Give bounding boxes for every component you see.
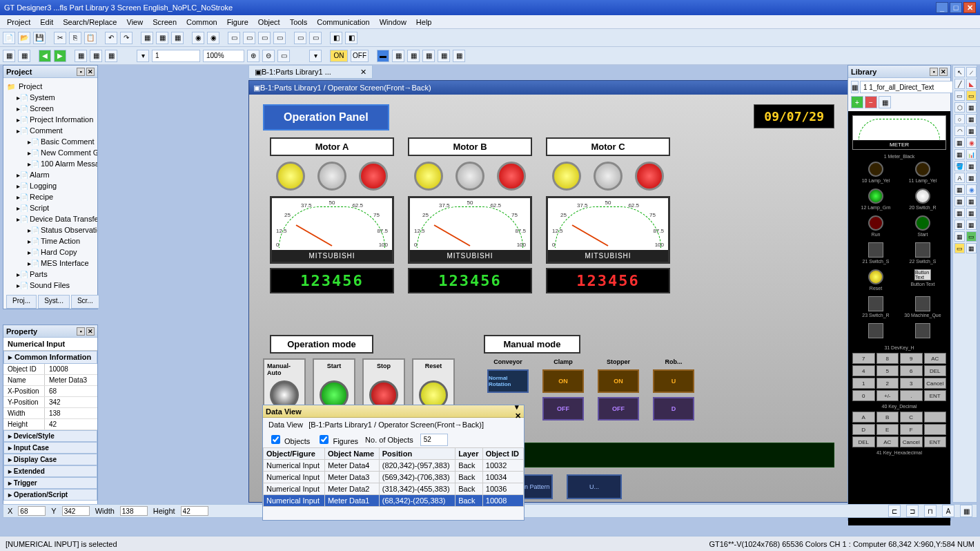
toolbar-icon[interactable]: ◧: [330, 32, 342, 44]
menu-help[interactable]: Help: [412, 17, 436, 28]
minimize-button[interactable]: _: [936, 2, 948, 13]
toolbar-icon[interactable]: ▦: [18, 50, 30, 62]
toolbar-icon[interactable]: ▦: [392, 50, 404, 62]
menu-communication[interactable]: Communication: [313, 17, 373, 28]
toolbar-icon[interactable]: ▾: [137, 50, 149, 62]
toolbar-icon[interactable]: ▬: [377, 50, 389, 62]
zoom-in-icon[interactable]: ⊕: [247, 50, 259, 62]
copy-icon[interactable]: ⎘: [69, 32, 81, 44]
toolbar-icon[interactable]: ▦: [453, 50, 465, 62]
toolbar-icon[interactable]: ◧: [345, 32, 357, 44]
menubar: Project Edit Search/Replace View Screen …: [0, 15, 980, 29]
menu-screen[interactable]: Screen: [148, 17, 181, 28]
menu-figure[interactable]: Figure: [223, 17, 253, 28]
zoom-input[interactable]: [203, 50, 244, 62]
on-button[interactable]: ON: [330, 50, 348, 62]
menu-common[interactable]: Common: [182, 17, 222, 28]
toolbar-icon[interactable]: ▦: [422, 50, 435, 62]
toolbar-icon[interactable]: ▭: [228, 32, 240, 44]
cut-icon[interactable]: ✂: [54, 32, 66, 44]
toolbar-icon[interactable]: ◉: [192, 32, 204, 44]
toolbar-icon[interactable]: ▭: [258, 32, 271, 44]
undo-icon[interactable]: ↶: [105, 32, 117, 44]
toolbar-icon[interactable]: ▦: [438, 50, 450, 62]
toolbar-icon[interactable]: ▦: [75, 50, 87, 62]
toolbar-icon[interactable]: ▭: [273, 32, 286, 44]
menu-search[interactable]: Search/Replace: [59, 17, 121, 28]
close-button[interactable]: ✕: [963, 2, 976, 13]
menu-project[interactable]: Project: [3, 17, 35, 28]
window-title: GT Designer3 ...fls Part Library 3 Scree…: [4, 3, 233, 12]
menu-tools[interactable]: Tools: [286, 17, 312, 28]
paste-icon[interactable]: 📋: [84, 32, 97, 44]
off-button[interactable]: OFF: [351, 50, 369, 62]
toolbar-main: 📄 📂 💾 ✂ ⎘ 📋 ↶ ↷ ▦ ▦ ▦ ◉ ◉ ▭ ▭ ▭ ▭ ▭ ▭ ◧ …: [0, 29, 980, 47]
prev-icon[interactable]: ◀: [39, 50, 51, 62]
toolbar-icon[interactable]: ▭: [294, 32, 306, 44]
open-icon[interactable]: 📂: [18, 32, 30, 44]
menu-object[interactable]: Object: [254, 17, 284, 28]
zoom-out-icon[interactable]: ⊖: [262, 50, 275, 62]
menu-window[interactable]: Window: [375, 17, 411, 28]
toolbar-icon[interactable]: ▭: [243, 32, 255, 44]
window-titlebar: GT Designer3 ...fls Part Library 3 Scree…: [0, 0, 980, 15]
new-icon[interactable]: 📄: [3, 32, 15, 44]
toolbar-icon[interactable]: ▦: [156, 32, 168, 44]
toolbar-icon[interactable]: ▦: [171, 32, 184, 44]
toolbar-icon[interactable]: ▦: [407, 50, 420, 62]
toolbar-icon[interactable]: ▦: [90, 50, 102, 62]
redo-icon[interactable]: ↷: [120, 32, 133, 44]
toolbar-icon[interactable]: ◉: [207, 32, 219, 44]
next-icon[interactable]: ▶: [54, 50, 66, 62]
toolbar-icon[interactable]: ▦: [141, 32, 153, 44]
toolbar-icon[interactable]: ▦: [105, 50, 117, 62]
toolbar-icon[interactable]: ▦: [3, 50, 15, 62]
toolbar-icon[interactable]: ▾: [309, 50, 322, 62]
toolbar-secondary: ▦ ▦ ◀ ▶ ▦ ▦ ▦ ▾ ⊕ ⊖ ▭ ▾ ON OFF ▬ ▦ ▦ ▦ ▦…: [0, 47, 980, 65]
toolbar-icon[interactable]: ▭: [309, 32, 322, 44]
maximize-button[interactable]: □: [950, 2, 962, 13]
save-icon[interactable]: 💾: [33, 32, 46, 44]
toolbar-icon[interactable]: ▭: [277, 50, 290, 62]
screen-number-input[interactable]: [152, 50, 200, 62]
menu-view[interactable]: View: [123, 17, 148, 28]
menu-edit[interactable]: Edit: [36, 17, 57, 28]
